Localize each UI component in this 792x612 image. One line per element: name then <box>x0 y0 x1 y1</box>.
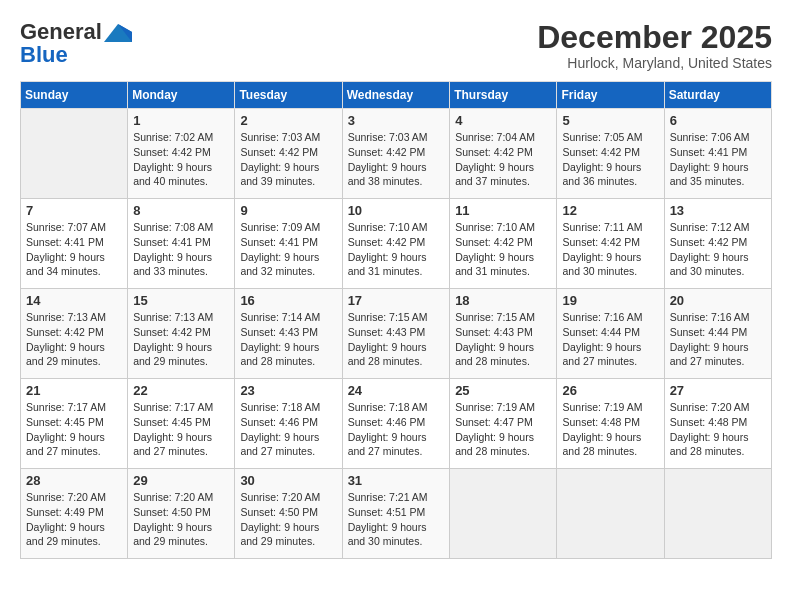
day-info: Sunrise: 7:18 AMSunset: 4:46 PMDaylight:… <box>348 400 445 459</box>
day-info: Sunrise: 7:04 AMSunset: 4:42 PMDaylight:… <box>455 130 551 189</box>
logo-text: General <box>20 20 132 44</box>
day-info: Sunrise: 7:19 AMSunset: 4:48 PMDaylight:… <box>562 400 658 459</box>
day-number: 16 <box>240 293 336 308</box>
day-number: 30 <box>240 473 336 488</box>
calendar-table: SundayMondayTuesdayWednesdayThursdayFrid… <box>20 81 772 559</box>
weekday-header-row: SundayMondayTuesdayWednesdayThursdayFrid… <box>21 82 772 109</box>
day-info: Sunrise: 7:20 AMSunset: 4:49 PMDaylight:… <box>26 490 122 549</box>
weekday-header-saturday: Saturday <box>664 82 771 109</box>
day-info: Sunrise: 7:14 AMSunset: 4:43 PMDaylight:… <box>240 310 336 369</box>
day-number: 4 <box>455 113 551 128</box>
day-info: Sunrise: 7:18 AMSunset: 4:46 PMDaylight:… <box>240 400 336 459</box>
calendar-cell: 3Sunrise: 7:03 AMSunset: 4:42 PMDaylight… <box>342 109 450 199</box>
page-header: General Blue December 2025 Hurlock, Mary… <box>20 20 772 71</box>
day-number: 31 <box>348 473 445 488</box>
day-info: Sunrise: 7:17 AMSunset: 4:45 PMDaylight:… <box>26 400 122 459</box>
calendar-cell: 19Sunrise: 7:16 AMSunset: 4:44 PMDayligh… <box>557 289 664 379</box>
calendar-cell: 12Sunrise: 7:11 AMSunset: 4:42 PMDayligh… <box>557 199 664 289</box>
day-info: Sunrise: 7:19 AMSunset: 4:47 PMDaylight:… <box>455 400 551 459</box>
weekday-header-sunday: Sunday <box>21 82 128 109</box>
day-number: 19 <box>562 293 658 308</box>
day-number: 12 <box>562 203 658 218</box>
calendar-week-1: 1Sunrise: 7:02 AMSunset: 4:42 PMDaylight… <box>21 109 772 199</box>
calendar-cell <box>664 469 771 559</box>
day-info: Sunrise: 7:10 AMSunset: 4:42 PMDaylight:… <box>348 220 445 279</box>
calendar-cell: 22Sunrise: 7:17 AMSunset: 4:45 PMDayligh… <box>128 379 235 469</box>
calendar-cell: 18Sunrise: 7:15 AMSunset: 4:43 PMDayligh… <box>450 289 557 379</box>
calendar-cell: 31Sunrise: 7:21 AMSunset: 4:51 PMDayligh… <box>342 469 450 559</box>
day-number: 13 <box>670 203 766 218</box>
calendar-cell <box>450 469 557 559</box>
calendar-cell: 13Sunrise: 7:12 AMSunset: 4:42 PMDayligh… <box>664 199 771 289</box>
day-info: Sunrise: 7:20 AMSunset: 4:50 PMDaylight:… <box>240 490 336 549</box>
calendar-cell: 2Sunrise: 7:03 AMSunset: 4:42 PMDaylight… <box>235 109 342 199</box>
day-info: Sunrise: 7:20 AMSunset: 4:50 PMDaylight:… <box>133 490 229 549</box>
day-number: 2 <box>240 113 336 128</box>
day-info: Sunrise: 7:17 AMSunset: 4:45 PMDaylight:… <box>133 400 229 459</box>
calendar-cell: 10Sunrise: 7:10 AMSunset: 4:42 PMDayligh… <box>342 199 450 289</box>
calendar-cell <box>557 469 664 559</box>
day-info: Sunrise: 7:05 AMSunset: 4:42 PMDaylight:… <box>562 130 658 189</box>
day-info: Sunrise: 7:16 AMSunset: 4:44 PMDaylight:… <box>670 310 766 369</box>
day-number: 24 <box>348 383 445 398</box>
calendar-cell: 26Sunrise: 7:19 AMSunset: 4:48 PMDayligh… <box>557 379 664 469</box>
calendar-week-3: 14Sunrise: 7:13 AMSunset: 4:42 PMDayligh… <box>21 289 772 379</box>
calendar-cell: 4Sunrise: 7:04 AMSunset: 4:42 PMDaylight… <box>450 109 557 199</box>
day-number: 23 <box>240 383 336 398</box>
day-number: 5 <box>562 113 658 128</box>
calendar-cell: 29Sunrise: 7:20 AMSunset: 4:50 PMDayligh… <box>128 469 235 559</box>
day-info: Sunrise: 7:10 AMSunset: 4:42 PMDaylight:… <box>455 220 551 279</box>
day-number: 17 <box>348 293 445 308</box>
day-number: 14 <box>26 293 122 308</box>
day-info: Sunrise: 7:08 AMSunset: 4:41 PMDaylight:… <box>133 220 229 279</box>
day-number: 26 <box>562 383 658 398</box>
calendar-cell: 6Sunrise: 7:06 AMSunset: 4:41 PMDaylight… <box>664 109 771 199</box>
day-info: Sunrise: 7:06 AMSunset: 4:41 PMDaylight:… <box>670 130 766 189</box>
calendar-cell: 27Sunrise: 7:20 AMSunset: 4:48 PMDayligh… <box>664 379 771 469</box>
day-info: Sunrise: 7:02 AMSunset: 4:42 PMDaylight:… <box>133 130 229 189</box>
day-info: Sunrise: 7:15 AMSunset: 4:43 PMDaylight:… <box>348 310 445 369</box>
calendar-cell: 30Sunrise: 7:20 AMSunset: 4:50 PMDayligh… <box>235 469 342 559</box>
day-info: Sunrise: 7:16 AMSunset: 4:44 PMDaylight:… <box>562 310 658 369</box>
calendar-cell: 11Sunrise: 7:10 AMSunset: 4:42 PMDayligh… <box>450 199 557 289</box>
day-info: Sunrise: 7:11 AMSunset: 4:42 PMDaylight:… <box>562 220 658 279</box>
day-number: 15 <box>133 293 229 308</box>
calendar-cell: 1Sunrise: 7:02 AMSunset: 4:42 PMDaylight… <box>128 109 235 199</box>
calendar-cell: 17Sunrise: 7:15 AMSunset: 4:43 PMDayligh… <box>342 289 450 379</box>
page-subtitle: Hurlock, Maryland, United States <box>537 55 772 71</box>
day-number: 27 <box>670 383 766 398</box>
weekday-header-wednesday: Wednesday <box>342 82 450 109</box>
calendar-week-2: 7Sunrise: 7:07 AMSunset: 4:41 PMDaylight… <box>21 199 772 289</box>
calendar-cell: 7Sunrise: 7:07 AMSunset: 4:41 PMDaylight… <box>21 199 128 289</box>
calendar-cell: 20Sunrise: 7:16 AMSunset: 4:44 PMDayligh… <box>664 289 771 379</box>
day-number: 1 <box>133 113 229 128</box>
calendar-cell: 16Sunrise: 7:14 AMSunset: 4:43 PMDayligh… <box>235 289 342 379</box>
calendar-cell: 14Sunrise: 7:13 AMSunset: 4:42 PMDayligh… <box>21 289 128 379</box>
day-number: 3 <box>348 113 445 128</box>
day-info: Sunrise: 7:03 AMSunset: 4:42 PMDaylight:… <box>240 130 336 189</box>
calendar-cell: 28Sunrise: 7:20 AMSunset: 4:49 PMDayligh… <box>21 469 128 559</box>
day-number: 20 <box>670 293 766 308</box>
day-info: Sunrise: 7:07 AMSunset: 4:41 PMDaylight:… <box>26 220 122 279</box>
page-title: December 2025 <box>537 20 772 55</box>
calendar-week-5: 28Sunrise: 7:20 AMSunset: 4:49 PMDayligh… <box>21 469 772 559</box>
logo-blue: Blue <box>20 42 68 67</box>
calendar-cell: 24Sunrise: 7:18 AMSunset: 4:46 PMDayligh… <box>342 379 450 469</box>
calendar-cell: 15Sunrise: 7:13 AMSunset: 4:42 PMDayligh… <box>128 289 235 379</box>
day-number: 25 <box>455 383 551 398</box>
weekday-header-monday: Monday <box>128 82 235 109</box>
calendar-cell: 8Sunrise: 7:08 AMSunset: 4:41 PMDaylight… <box>128 199 235 289</box>
day-info: Sunrise: 7:21 AMSunset: 4:51 PMDaylight:… <box>348 490 445 549</box>
day-info: Sunrise: 7:03 AMSunset: 4:42 PMDaylight:… <box>348 130 445 189</box>
calendar-cell: 9Sunrise: 7:09 AMSunset: 4:41 PMDaylight… <box>235 199 342 289</box>
logo: General Blue <box>20 20 132 68</box>
weekday-header-thursday: Thursday <box>450 82 557 109</box>
day-info: Sunrise: 7:15 AMSunset: 4:43 PMDaylight:… <box>455 310 551 369</box>
day-info: Sunrise: 7:13 AMSunset: 4:42 PMDaylight:… <box>133 310 229 369</box>
day-number: 29 <box>133 473 229 488</box>
day-number: 10 <box>348 203 445 218</box>
day-info: Sunrise: 7:12 AMSunset: 4:42 PMDaylight:… <box>670 220 766 279</box>
calendar-cell: 5Sunrise: 7:05 AMSunset: 4:42 PMDaylight… <box>557 109 664 199</box>
calendar-cell <box>21 109 128 199</box>
title-block: December 2025 Hurlock, Maryland, United … <box>537 20 772 71</box>
